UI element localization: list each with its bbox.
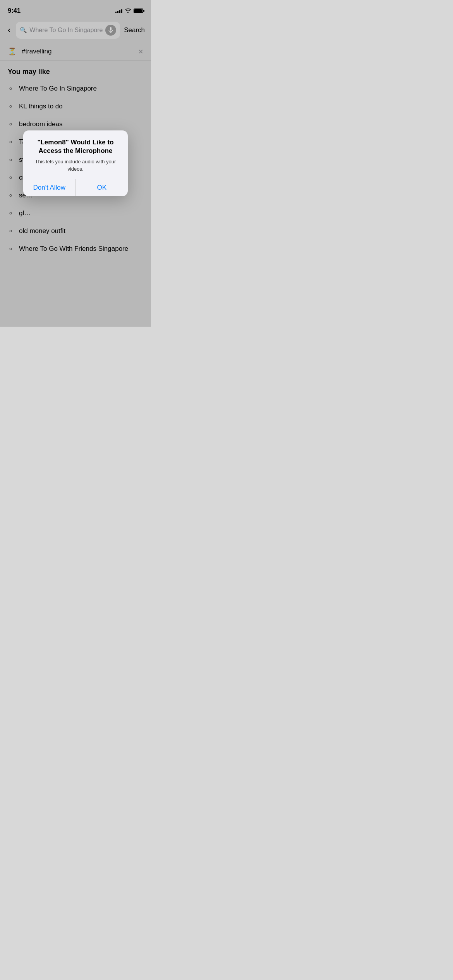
permission-dialog: "Lemon8" Would Like to Access the Microp… [23,130,128,196]
modal-title: "Lemon8" Would Like to Access the Microp… [29,138,122,155]
ok-button[interactable]: OK [76,179,128,196]
dont-allow-button[interactable]: Don't Allow [23,179,76,196]
modal-message: This lets you include audio with your vi… [29,158,122,172]
modal-actions: Don't Allow OK [23,179,128,196]
modal-overlay: "Lemon8" Would Like to Access the Microp… [0,0,151,327]
modal-content: "Lemon8" Would Like to Access the Microp… [23,130,128,179]
